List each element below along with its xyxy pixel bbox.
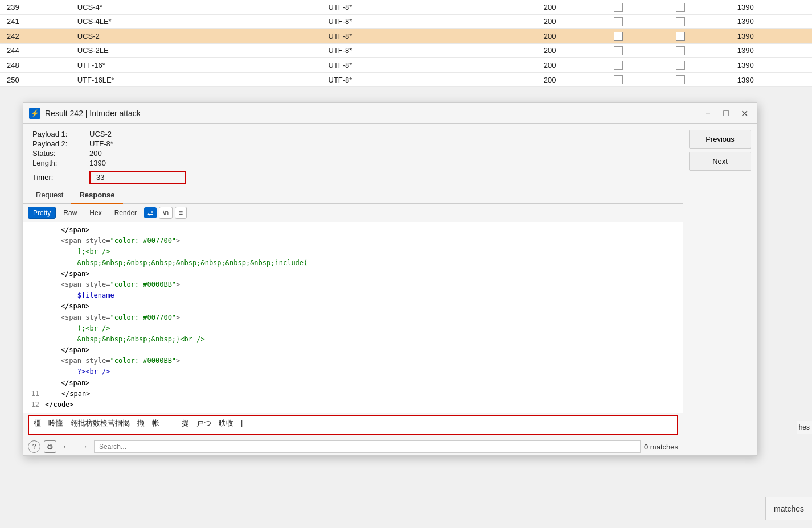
- modal-left-panel: Payload 1: UCS-2 Payload 2: UTF-8* Statu…: [23, 124, 683, 455]
- previous-button[interactable]: Previous: [689, 130, 751, 148]
- tabs-row: Request Response: [23, 187, 683, 204]
- code-line: $filename: [28, 290, 678, 301]
- code-line: &nbsp;&nbsp;&nbsp;&nbsp;&nbsp;&nbsp;&nbs…: [28, 258, 678, 269]
- code-line: <span style="color: #0000BB">: [28, 279, 678, 290]
- code-line: </span>: [28, 269, 678, 279]
- col1: UCS-4LE*: [71, 14, 208, 29]
- newline-button[interactable]: \n: [159, 207, 173, 219]
- pretty-button[interactable]: Pretty: [28, 207, 56, 219]
- length-value: 1390: [89, 159, 203, 167]
- checkbox2[interactable]: [669, 0, 731, 14]
- col7: 1390: [731, 43, 812, 58]
- raw-button[interactable]: Raw: [58, 207, 82, 219]
- table-row[interactable]: 250 UTF-16LE* UTF-8* 200 1390: [0, 72, 812, 87]
- right-edge-text: hes: [797, 421, 812, 434]
- checkbox1[interactable]: [607, 29, 669, 44]
- col3: UTF-8*: [322, 43, 423, 58]
- table-row[interactable]: 242 UCS-2 UTF-8* 200 1390: [0, 29, 812, 44]
- hamburger-button[interactable]: ≡: [175, 207, 187, 219]
- code-line: &nbsp;&nbsp;&nbsp;&nbsp;}<br />: [28, 334, 678, 345]
- tab-response[interactable]: Response: [71, 187, 122, 204]
- checkbox2[interactable]: [669, 72, 731, 87]
- col4: [423, 29, 537, 44]
- code-line: <span style="color: #007700">: [28, 236, 678, 246]
- timer-label: Timer:: [32, 173, 89, 182]
- col3: UTF-8*: [322, 14, 423, 29]
- maximize-button[interactable]: □: [719, 106, 733, 120]
- code-line: );<br />: [28, 323, 678, 334]
- hex-button[interactable]: Hex: [84, 207, 106, 219]
- info-section: Payload 1: UCS-2 Payload 2: UTF-8* Statu…: [23, 124, 683, 171]
- bottom-text-bar: 橿 呤懂 翎批枋数检营掴愒 撷 帐 提 戸つ 昳收 |: [28, 415, 678, 435]
- col2: [208, 0, 322, 14]
- col2: [208, 58, 322, 73]
- background-table: 239 UCS-4* UTF-8* 200 1390 241 UCS-4LE* …: [0, 0, 812, 87]
- checkbox1[interactable]: [607, 14, 669, 29]
- col5: 200: [537, 58, 608, 73]
- col2: [208, 72, 322, 87]
- payload2-label: Payload 2:: [32, 139, 89, 148]
- col3: UTF-8*: [322, 72, 423, 87]
- minimize-button[interactable]: −: [701, 106, 715, 120]
- code-line: <span style="color: #007700">: [28, 312, 678, 323]
- checkbox2[interactable]: [669, 58, 731, 73]
- checkbox1[interactable]: [607, 58, 669, 73]
- code-line: ];<br />: [28, 246, 678, 257]
- col4: [423, 14, 537, 29]
- code-line: </span>: [28, 378, 678, 389]
- help-button[interactable]: ?: [28, 440, 40, 453]
- col2: [208, 43, 322, 58]
- modal-titlebar: ⚡ Result 242 | Intruder attack − □ ✕: [23, 103, 757, 124]
- code-line: </span>: [28, 301, 678, 312]
- render-button[interactable]: Render: [109, 207, 142, 219]
- forward-button[interactable]: →: [77, 440, 91, 453]
- modal-body: Payload 1: UCS-2 Payload 2: UTF-8* Statu…: [23, 124, 757, 455]
- settings-button[interactable]: ⚙: [44, 440, 56, 453]
- col4: [423, 0, 537, 14]
- table-row[interactable]: 244 UCS-2LE UTF-8* 200 1390: [0, 43, 812, 58]
- col4: [423, 58, 537, 73]
- payload2-value: UTF-8*: [89, 139, 203, 148]
- checkbox1[interactable]: [607, 72, 669, 87]
- code-line: 12 </code>: [28, 399, 678, 410]
- matches-text: matches: [774, 504, 804, 513]
- checkbox2[interactable]: [669, 29, 731, 44]
- next-button[interactable]: Next: [689, 152, 751, 171]
- close-button[interactable]: ✕: [737, 106, 751, 120]
- code-line: <span style="color: #0000BB">: [28, 356, 678, 366]
- arrow-icon-button[interactable]: ⇄: [144, 207, 157, 218]
- response-toolbar: Pretty Raw Hex Render ⇄ \n ≡: [23, 204, 683, 222]
- back-button[interactable]: ←: [60, 440, 73, 453]
- code-line: </span>: [28, 345, 678, 356]
- col2: [208, 29, 322, 44]
- search-input[interactable]: [94, 440, 641, 453]
- checkbox2[interactable]: [669, 43, 731, 58]
- col5: 200: [537, 72, 608, 87]
- table-row[interactable]: 239 UCS-4* UTF-8* 200 1390: [0, 0, 812, 14]
- modal-dialog: ⚡ Result 242 | Intruder attack − □ ✕ Pay…: [23, 102, 757, 456]
- code-line: </span>: [28, 225, 678, 236]
- col1: UTF-16LE*: [71, 72, 208, 87]
- modal-title: Result 242 | Intruder attack: [45, 109, 696, 118]
- checkbox1[interactable]: [607, 43, 669, 58]
- col4: [423, 72, 537, 87]
- table-row[interactable]: 241 UCS-4LE* UTF-8* 200 1390: [0, 14, 812, 29]
- col5: 200: [537, 43, 608, 58]
- checkbox2[interactable]: [669, 14, 731, 29]
- code-content-area[interactable]: </span> <span style="color: #007700"> ];…: [23, 222, 683, 412]
- row-id: 248: [0, 58, 71, 73]
- row-id: 241: [0, 14, 71, 29]
- col5: 200: [537, 0, 608, 14]
- tab-request[interactable]: Request: [28, 187, 71, 204]
- length-label: Length:: [32, 159, 89, 167]
- col1: UCS-2: [71, 29, 208, 44]
- status-value: 200: [89, 149, 203, 158]
- row-id: 242: [0, 29, 71, 44]
- col7: 1390: [731, 29, 812, 44]
- col1: UCS-4*: [71, 0, 208, 14]
- col7: 1390: [731, 72, 812, 87]
- table-row[interactable]: 248 UTF-16* UTF-8* 200 1390: [0, 58, 812, 73]
- payload1-label: Payload 1:: [32, 130, 89, 138]
- code-line: 11 </span>: [28, 389, 678, 399]
- checkbox1[interactable]: [607, 0, 669, 14]
